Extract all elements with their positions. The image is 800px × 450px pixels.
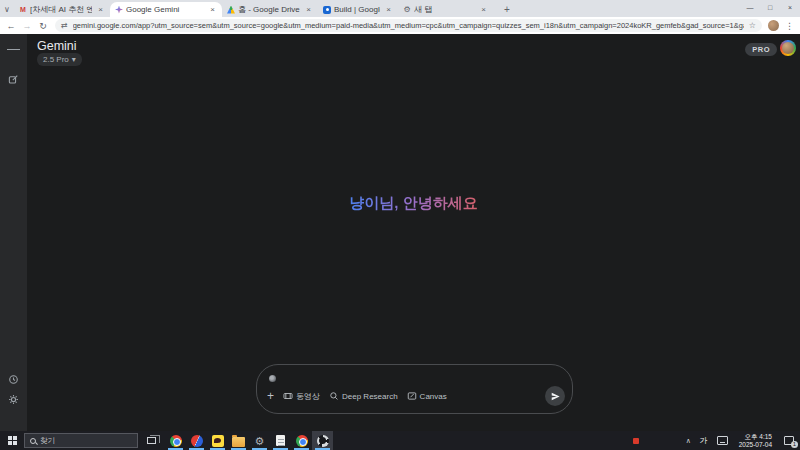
search-icon bbox=[30, 438, 36, 444]
task-view-icon bbox=[147, 437, 156, 444]
tab-title: Google Gemini bbox=[126, 5, 204, 14]
close-window-button[interactable]: × bbox=[780, 0, 800, 15]
ime-language-button[interactable]: 가 bbox=[696, 435, 712, 446]
avatar-photo bbox=[782, 42, 794, 54]
model-label: 2.5 Pro bbox=[43, 55, 69, 64]
history-icon[interactable] bbox=[7, 373, 20, 386]
sidebar bbox=[0, 34, 27, 431]
taskbar-app-notepad[interactable] bbox=[270, 431, 291, 450]
gemini-app: Gemini 2.5 Pro ▾ PRO 냥이님, 안녕하세요 + 동영상 bbox=[0, 34, 800, 431]
taskbar-app-paint-swirl[interactable] bbox=[186, 431, 207, 450]
notification-badge: 1 bbox=[791, 441, 798, 448]
canvas-chip[interactable]: Canvas bbox=[407, 391, 447, 401]
taskbar-app-chrome[interactable] bbox=[165, 431, 186, 450]
new-tab-button[interactable]: + bbox=[499, 2, 515, 17]
tab-google-gemini[interactable]: Google Gemini × bbox=[110, 2, 222, 17]
browser-profile-avatar[interactable] bbox=[768, 20, 779, 31]
send-icon bbox=[550, 391, 561, 402]
action-center-button[interactable]: 1 bbox=[778, 431, 800, 450]
pro-plan-badge[interactable]: PRO bbox=[745, 43, 777, 56]
refresh-icon[interactable]: ↻ bbox=[35, 21, 51, 31]
taskbar-app-file-explorer[interactable] bbox=[228, 431, 249, 450]
model-selector[interactable]: 2.5 Pro ▾ bbox=[37, 53, 82, 66]
recording-indicator-icon bbox=[633, 438, 639, 444]
browser-tabstrip: ∨ M [차세대 AI 추천 엔진 통합 포.. × Google Gemini… bbox=[0, 0, 800, 17]
browser-menu-icon[interactable]: ⋮ bbox=[785, 21, 794, 31]
screen: ∨ M [차세대 AI 추천 엔진 통합 포.. × Google Gemini… bbox=[0, 0, 800, 450]
attach-plus-icon[interactable]: + bbox=[267, 390, 274, 402]
cursor-dot-icon bbox=[269, 375, 276, 382]
hidden-icons-chevron[interactable]: ∧ bbox=[681, 437, 696, 445]
address-bar[interactable]: ⇄ gemini.google.com/app?utm_source=sem&u… bbox=[55, 19, 762, 32]
tab-title: [차세대 AI 추천 엔진 통합 포.. bbox=[30, 4, 92, 15]
tab-close-icon[interactable]: × bbox=[384, 5, 393, 14]
search-input[interactable] bbox=[40, 436, 130, 445]
greeting-text: 냥이님, 안녕하세요 bbox=[27, 194, 800, 213]
taskbar-app-obs-studio[interactable] bbox=[312, 431, 333, 450]
tab-title: 홈 - Google Drive bbox=[238, 4, 300, 15]
notepad-icon bbox=[276, 435, 285, 446]
video-chip-label: 동영상 bbox=[296, 391, 320, 402]
clock-time: 오후 4:15 bbox=[739, 433, 772, 441]
deep-research-chip-label: Deep Research bbox=[342, 392, 398, 401]
prompt-input[interactable]: + 동영상 Deep Research Canvas bbox=[256, 364, 573, 414]
taskbar-search[interactable] bbox=[24, 433, 138, 448]
taskbar-clock[interactable]: 오후 4:15 2025-07-04 bbox=[733, 433, 778, 449]
paint-swirl-icon bbox=[191, 435, 203, 447]
gear-favicon-icon: ⚙ bbox=[403, 6, 411, 14]
ai-studio-icon bbox=[323, 6, 331, 14]
forward-icon[interactable]: → bbox=[19, 21, 35, 31]
account-avatar[interactable] bbox=[780, 40, 796, 56]
maximize-button[interactable]: □ bbox=[760, 0, 780, 15]
chrome-icon bbox=[296, 435, 308, 447]
kakaotalk-icon bbox=[212, 435, 224, 447]
tab-close-icon[interactable]: × bbox=[304, 5, 313, 14]
new-chat-icon[interactable] bbox=[7, 73, 20, 86]
settings-gear-icon: ⚙ bbox=[254, 435, 266, 447]
tab-title: 새 탭 bbox=[414, 4, 475, 15]
deep-research-chip[interactable]: Deep Research bbox=[329, 391, 398, 401]
tab-title: Build | Google AI Studio bbox=[334, 5, 380, 14]
tab-google-drive[interactable]: 홈 - Google Drive × bbox=[222, 2, 318, 17]
app-title: Gemini bbox=[37, 39, 77, 53]
send-button[interactable] bbox=[545, 386, 565, 406]
start-button[interactable] bbox=[0, 431, 24, 450]
tab-close-icon[interactable]: × bbox=[208, 5, 217, 14]
video-chip[interactable]: 동영상 bbox=[283, 391, 320, 402]
video-icon bbox=[283, 391, 293, 401]
bookmark-star-icon[interactable]: ☆ bbox=[749, 21, 756, 30]
minimize-button[interactable]: — bbox=[740, 0, 760, 15]
tab-nextgen-ai[interactable]: M [차세대 AI 추천 엔진 통합 포.. × bbox=[14, 2, 110, 17]
back-icon[interactable]: ← bbox=[3, 21, 19, 31]
window-controls: — □ × bbox=[740, 0, 800, 15]
taskbar-app-settings[interactable]: ⚙ bbox=[249, 431, 270, 450]
main-menu-icon[interactable] bbox=[7, 43, 20, 56]
system-tray: ∧ 가 오후 4:15 2025-07-04 1 bbox=[633, 431, 800, 450]
url-text[interactable]: gemini.google.com/app?utm_source=sem&utm… bbox=[73, 21, 744, 30]
settings-gear-icon[interactable] bbox=[7, 393, 20, 406]
research-icon bbox=[329, 391, 339, 401]
site-info-icon[interactable]: ⇄ bbox=[61, 21, 68, 30]
windows-logo-icon bbox=[8, 436, 17, 445]
chrome-icon bbox=[170, 435, 182, 447]
gemini-sparkle-icon bbox=[115, 6, 123, 14]
tab-new-tab[interactable]: ⚙ 새 탭 × bbox=[398, 2, 493, 17]
tab-close-icon[interactable]: × bbox=[479, 5, 488, 14]
canvas-chip-label: Canvas bbox=[420, 392, 447, 401]
file-explorer-icon bbox=[232, 437, 245, 447]
tab-list-caret-icon[interactable]: ∨ bbox=[0, 2, 14, 17]
google-drive-icon bbox=[227, 6, 235, 14]
chevron-down-icon: ▾ bbox=[72, 55, 76, 64]
tab-close-icon[interactable]: × bbox=[96, 5, 105, 14]
taskbar-app-chrome-2[interactable] bbox=[291, 431, 312, 450]
m-favicon-icon: M bbox=[19, 6, 27, 14]
tab-ai-studio[interactable]: Build | Google AI Studio × bbox=[318, 2, 398, 17]
taskbar: ⚙ ∧ 가 오후 4:15 2025-07-04 1 bbox=[0, 431, 800, 450]
taskbar-app-kakaotalk[interactable] bbox=[207, 431, 228, 450]
browser-toolbar: ← → ↻ ⇄ gemini.google.com/app?utm_source… bbox=[0, 17, 800, 34]
pinned-apps: ⚙ bbox=[165, 431, 333, 450]
ime-keyboard-icon[interactable] bbox=[717, 436, 728, 445]
canvas-icon bbox=[407, 391, 417, 401]
obs-studio-icon bbox=[317, 435, 329, 447]
task-view-button[interactable] bbox=[141, 431, 161, 450]
